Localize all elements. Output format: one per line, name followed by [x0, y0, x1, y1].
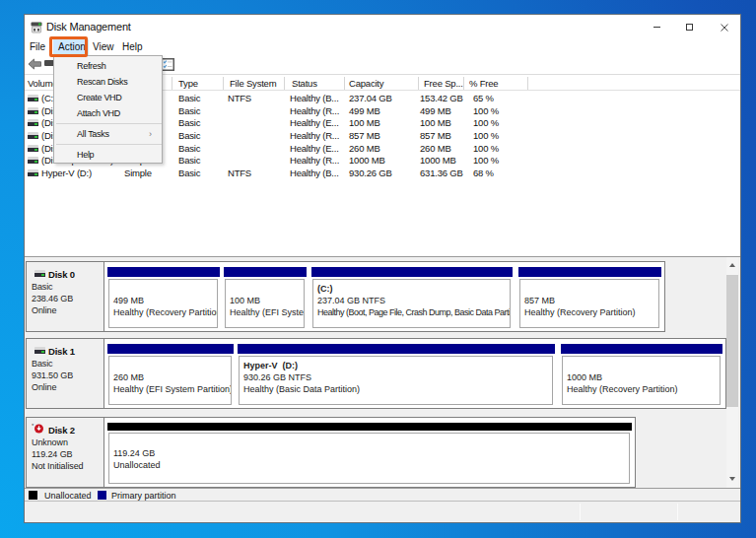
svg-text:*: *	[32, 423, 34, 429]
